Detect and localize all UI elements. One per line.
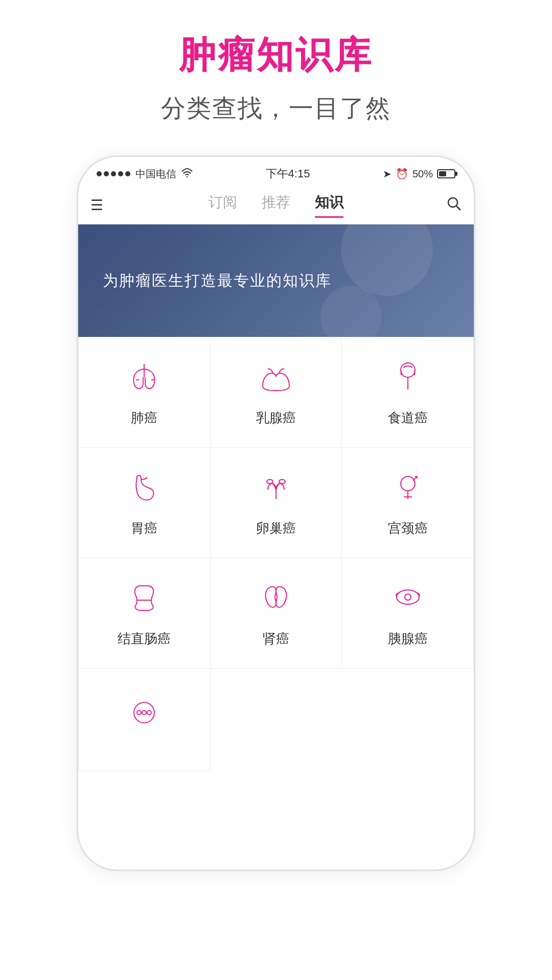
battery-fill <box>439 171 446 176</box>
colorectal-icon <box>126 579 163 621</box>
svg-point-5 <box>267 480 273 484</box>
partial-icon <box>126 694 163 736</box>
cervical-icon <box>389 468 426 510</box>
svg-point-18 <box>147 711 151 715</box>
signal-dots <box>97 171 130 176</box>
search-icon[interactable] <box>431 196 462 215</box>
lung-label: 肺癌 <box>131 409 157 427</box>
menu-icon[interactable]: ☰ <box>90 197 121 214</box>
svg-point-7 <box>401 476 415 491</box>
page-title: 肿瘤知识库 <box>161 31 391 80</box>
location-icon: ➤ <box>383 168 392 180</box>
grid-item-cervical[interactable]: 宫颈癌 <box>342 448 474 558</box>
svg-point-1 <box>448 198 457 207</box>
lung-icon <box>126 358 163 400</box>
signal-dot-1 <box>97 171 102 176</box>
grid-item-partial[interactable] <box>79 669 211 771</box>
stomach-icon <box>126 468 163 510</box>
kidney-icon <box>258 579 294 621</box>
battery-text: 50% <box>412 168 433 180</box>
grid-item-lung[interactable]: 肺癌 <box>79 337 211 448</box>
svg-point-13 <box>397 590 419 604</box>
status-left: 中国电信 <box>97 167 193 181</box>
phone-frame: 中国电信 下午4:15 ➤ ⏰ 50% ☰ 订阅 推荐 <box>77 155 475 871</box>
page-header: 肿瘤知识库 分类查找，一目了然 <box>161 31 391 125</box>
nav-tabs: 订阅 推荐 知识 <box>121 193 431 218</box>
cervical-label: 宫颈癌 <box>388 519 428 537</box>
alarm-icon: ⏰ <box>396 168 408 180</box>
svg-point-6 <box>279 480 285 484</box>
svg-line-10 <box>413 476 417 481</box>
status-bar: 中国电信 下午4:15 ➤ ⏰ 50% <box>78 157 474 187</box>
banner: 为肿瘤医生打造最专业的知识库 <box>78 224 474 337</box>
signal-dot-4 <box>118 171 123 176</box>
grid-item-breast[interactable]: 乳腺癌 <box>211 337 342 448</box>
cancer-grid: 肺癌 乳腺癌 <box>78 337 474 771</box>
breast-label: 乳腺癌 <box>256 409 296 427</box>
grid-item-esophagus[interactable]: 食道癌 <box>342 337 474 448</box>
svg-point-17 <box>142 711 146 715</box>
ovarian-icon <box>258 468 294 510</box>
tab-subscribe[interactable]: 订阅 <box>209 193 237 218</box>
svg-line-2 <box>456 206 461 210</box>
signal-dot-5 <box>125 171 130 176</box>
tab-knowledge[interactable]: 知识 <box>315 193 343 218</box>
banner-text: 为肿瘤医生打造最专业的知识库 <box>103 270 332 291</box>
grid-item-stomach[interactable]: 胃癌 <box>79 448 211 558</box>
stomach-label: 胃癌 <box>131 519 157 537</box>
page-subtitle: 分类查找，一目了然 <box>161 92 391 125</box>
esophagus-icon <box>389 358 426 400</box>
grid-item-kidney[interactable]: 肾癌 <box>211 558 342 669</box>
grid-item-pancreatic[interactable]: 胰腺癌 <box>342 558 474 669</box>
battery-icon <box>437 169 455 178</box>
grid-item-ovarian[interactable]: 卵巢癌 <box>211 448 342 558</box>
status-time: 下午4:15 <box>266 166 310 181</box>
ovarian-label: 卵巢癌 <box>256 519 296 537</box>
kidney-label: 肾癌 <box>263 630 289 648</box>
svg-point-16 <box>137 711 141 715</box>
nav-bar: ☰ 订阅 推荐 知识 <box>78 187 474 224</box>
esophagus-label: 食道癌 <box>388 409 428 427</box>
wifi-icon <box>181 167 193 180</box>
svg-point-0 <box>187 176 188 177</box>
carrier: 中国电信 <box>135 167 176 181</box>
signal-dot-3 <box>111 171 116 176</box>
status-right: ➤ ⏰ 50% <box>383 168 455 180</box>
pancreatic-label: 胰腺癌 <box>388 630 428 648</box>
svg-point-14 <box>405 594 411 600</box>
svg-point-3 <box>401 363 415 377</box>
grid-item-colorectal[interactable]: 结直肠癌 <box>79 558 211 669</box>
tab-recommend[interactable]: 推荐 <box>262 193 290 218</box>
breast-icon <box>258 358 294 400</box>
signal-dot-2 <box>104 171 109 176</box>
colorectal-label: 结直肠癌 <box>118 630 171 648</box>
pancreatic-icon <box>389 579 426 621</box>
